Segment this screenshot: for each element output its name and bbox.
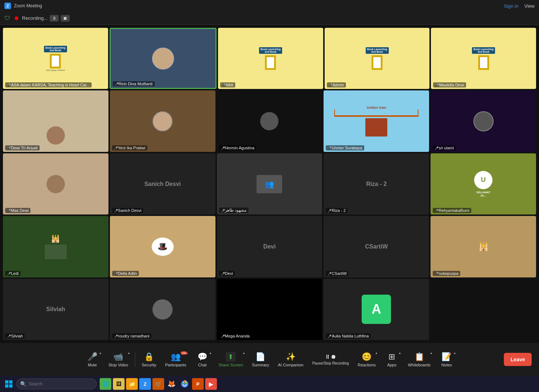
mic-icon-ririn: 🎤 — [115, 82, 118, 85]
mic-icon-yeni: 🎤 — [114, 146, 117, 149]
participant-name-admin: 🎤 Admin — [327, 82, 346, 87]
reactions-icon: 😊 — [362, 352, 372, 362]
chat-button[interactable]: 💬 Chat ▲ — [191, 350, 213, 369]
participant-name-sri: 🎤 sri utami — [433, 145, 456, 150]
start-button[interactable] — [3, 378, 15, 390]
notes-label: Notes — [442, 363, 452, 367]
whiteboards-label: Whiteboards — [408, 363, 431, 367]
share-screen-label: Share Screen — [218, 363, 243, 367]
mic-icon-devi: 🎤 — [221, 272, 224, 275]
riza-name-display: Riza - 2 — [366, 181, 387, 187]
taskbar: 🔍 🌐 🖼 📁 Z 🛒 🦊 P ▶ — [0, 376, 539, 392]
taskbar-emoji-icon[interactable]: 🌐 — [100, 378, 111, 390]
participant-name-asa: 🎤 ASA dalam KARSA, Teaching is Heart Car… — [5, 82, 92, 87]
notes-button[interactable]: 📝 Notes ▲ — [436, 350, 458, 369]
zoom-icon: Z — [4, 3, 11, 9]
participant-unmer: Golden Gate 🎤 Unmer Surabaya — [324, 90, 429, 152]
participant-name-yeni: 🎤 Yeni Ika Pratiwi — [112, 145, 147, 150]
apps-label: Apps — [387, 363, 396, 367]
participant-ledi: 🕌 🎤 Ledi — [3, 216, 108, 277]
svg-rect-3 — [9, 384, 12, 388]
mic-icon-riza: 🎤 — [328, 209, 331, 212]
reactions-caret: ▲ — [375, 351, 378, 355]
video-row-2: 🎤 Dewi Tri Ariyati 🎤 Yeni Ika Pratiwi 🎤 … — [3, 90, 536, 152]
recording-text: Recording... — [22, 15, 48, 21]
taskbar-search-box[interactable]: 🔍 — [16, 378, 97, 389]
participant-mia: Book Launching2nd Book 🎤 MIA — [218, 28, 323, 89]
stop-video-caret: ▲ — [128, 351, 130, 355]
toolbar: 🎤 Mute ▲ 📹 Stop Video ▲ 🔒 Security 👥 Par… — [0, 343, 539, 376]
participants-button[interactable]: 👥 Participants ▲ 24 — [162, 350, 190, 369]
chat-label: Chat — [198, 363, 207, 367]
participant-name-sanich: 🎤 Sanich Desvi — [112, 208, 143, 213]
menu-bar: 🛡 Recording... ⏸ ⏹ Sign in — [0, 12, 539, 25]
recording-dot — [15, 16, 18, 20]
sign-in-link[interactable]: Sign in — [504, 3, 518, 9]
apps-icon: ⊞ — [388, 352, 395, 362]
share-screen-icon: ⬆ — [226, 352, 236, 362]
reactions-button[interactable]: 😊 Reactions ▲ — [354, 350, 379, 369]
participant-name-roudry: 🎤 roudry ramadhani — [112, 333, 151, 339]
mute-button[interactable]: 🎤 Mute ▲ — [81, 350, 103, 369]
participant-name-mas-dewi: 🎤 Mas Dewi — [5, 208, 30, 213]
notes-caret: ▲ — [453, 351, 456, 355]
taskbar-photos-icon[interactable]: 🖼 — [113, 378, 125, 390]
video-area: Book Launching2nd Book ASA dalam KARSA 🎤… — [0, 25, 539, 343]
participants-count-badge: 24 — [181, 351, 187, 355]
taskbar-files-icon[interactable]: 📁 — [126, 378, 138, 390]
pause-button[interactable]: ⏸ — [50, 15, 59, 22]
video-row-3: 🎤 Mas Dewi Sanich Desvi 🎤 Sanich Desvi 👥… — [3, 153, 536, 214]
search-icon: 🔍 — [20, 381, 26, 387]
mic-icon-unmer: 🎤 — [328, 146, 331, 149]
summary-icon: 📄 — [255, 352, 265, 362]
ai-companion-button[interactable]: ✨ AI Companion — [274, 350, 307, 369]
participant-name-devi: 🎤 Devi — [219, 271, 235, 276]
participants-icon: 👥 — [171, 352, 181, 362]
participant-name-unmer: 🎤 Unmer Surabaya — [326, 145, 364, 150]
share-screen-button[interactable]: ⬆ Share Screen ▲ — [215, 350, 247, 369]
security-icon: 🔒 — [144, 352, 154, 362]
svg-rect-2 — [5, 384, 8, 388]
taskbar-powerpoint-icon[interactable]: P — [192, 378, 204, 390]
reactions-label: Reactions — [358, 363, 376, 367]
taskbar-zoom-icon[interactable]: Z — [139, 378, 151, 390]
participant-silviah: Silviah 🎤 Silviah — [3, 279, 108, 340]
whiteboards-button[interactable]: 📋 Whiteboards ▲ — [404, 350, 434, 369]
mic-icon-maulidia: 🎤 — [435, 83, 438, 86]
participant-name-silviah: 🎤 Silviah — [5, 333, 25, 339]
participant-mas-dewi: 🎤 Mas Dewi — [3, 153, 108, 214]
whiteboards-caret: ▲ — [430, 351, 433, 355]
participant-ririn: 🎤 Ririn Dina Mutfianti — [110, 28, 217, 89]
pause-recording-button[interactable]: ⏸⏺ Pause/Stop Recording — [309, 351, 352, 367]
participant-asa: Book Launching2nd Book ASA dalam KARSA 🎤… — [3, 28, 108, 89]
ai-companion-label: AI Companion — [278, 363, 303, 367]
mic-icon-ledi: 🎤 — [7, 272, 10, 275]
participant-mashhud: 👥 🎤 مشهود طاهر — [217, 153, 322, 214]
stop-video-button[interactable]: 📹 Stop Video ▲ — [105, 350, 132, 369]
security-button[interactable]: 🔒 Security — [138, 350, 160, 369]
separator-1 — [135, 352, 135, 367]
mute-label: Mute — [88, 363, 97, 367]
participant-admin: Book Launching2nd Book 🎤 Admin — [325, 28, 430, 89]
leave-button[interactable]: Leave — [504, 353, 532, 366]
summary-label: Summary — [252, 363, 269, 367]
participant-name-mashhud: 🎤 مشهود طاهر — [219, 208, 248, 213]
taskbar-chrome-icon[interactable] — [179, 378, 191, 390]
mic-icon-hermin: 🎤 — [221, 146, 224, 149]
taskbar-media-icon[interactable]: ▶ — [205, 378, 217, 390]
title-bar-text: Zoom Meeting — [14, 3, 42, 8]
participant-name-mega: 🎤 Mega Ananda — [219, 333, 252, 339]
view-menu[interactable]: View — [524, 3, 535, 9]
summary-button[interactable]: 📄 Summary — [248, 350, 273, 369]
mic-icon-admin: 🎤 — [329, 83, 332, 86]
participant-name-riza: 🎤 Riza - 2 — [326, 208, 347, 213]
mic-icon-mashhud: 🎤 — [221, 209, 224, 212]
participant-name-mia: 🎤 MIA — [220, 82, 235, 87]
silviah-name-display: Silviah — [46, 306, 65, 313]
search-input[interactable] — [29, 381, 84, 387]
apps-button[interactable]: ⊞ Apps ▲ — [381, 350, 403, 369]
title-bar: Z Zoom Meeting Sign in View — [0, 0, 539, 12]
taskbar-firefox-icon[interactable]: 🦊 — [166, 378, 177, 390]
stop-button[interactable]: ⏹ — [61, 15, 70, 22]
taskbar-store-icon[interactable]: 🛒 — [152, 378, 164, 390]
